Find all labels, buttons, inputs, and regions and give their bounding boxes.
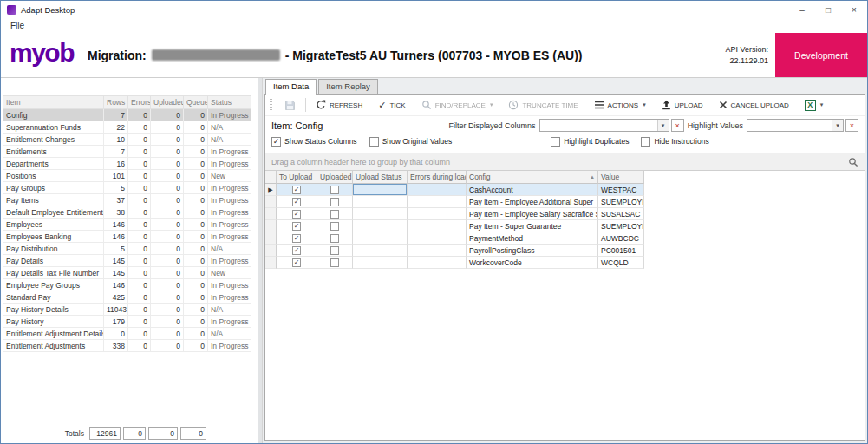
- item-row[interactable]: Entitlement Adjustments338000In Progress: [3, 340, 251, 352]
- upload-status-cell[interactable]: [353, 208, 408, 220]
- errors-during-load-cell[interactable]: [408, 220, 467, 232]
- item-row[interactable]: Pay History Details11043000N/A: [3, 304, 251, 316]
- upload-status-cell[interactable]: [353, 245, 408, 257]
- tab-item-data[interactable]: Item Data: [265, 79, 317, 95]
- item-row[interactable]: Entitlement Changes10000N/A: [3, 134, 251, 146]
- item-row[interactable]: Entitlement Adjustment Details0000N/A: [3, 328, 251, 340]
- errors-during-load-cell[interactable]: [408, 232, 467, 245]
- upload-status-cell[interactable]: [353, 257, 408, 269]
- config-cell[interactable]: PayrollPostingClass: [467, 245, 598, 257]
- value-cell[interactable]: SUEMPLOYER: [598, 220, 644, 232]
- upload-status-cell[interactable]: [353, 196, 408, 208]
- grid-row[interactable]: ✓Pay Item - Employee Additional SuperSUE…: [265, 196, 865, 208]
- menu-file[interactable]: File: [7, 21, 28, 30]
- value-cell[interactable]: SUSALSAC: [598, 208, 644, 220]
- column-header-status[interactable]: Status: [208, 96, 251, 109]
- upload-status-cell[interactable]: [353, 220, 408, 232]
- column-header-uploaded[interactable]: Uploaded: [317, 171, 353, 184]
- titlebar[interactable]: Adapt Desktop – □ ×: [1, 1, 867, 18]
- environment-badge[interactable]: Development: [775, 33, 867, 77]
- config-cell[interactable]: Pay Item - Employee Additional Super: [467, 196, 598, 208]
- column-header-queued[interactable]: Queued: [184, 96, 208, 109]
- upload-button[interactable]: UPLOAD: [654, 97, 711, 113]
- chevron-down-icon[interactable]: ▾: [657, 120, 669, 131]
- upload-status-cell[interactable]: [353, 232, 408, 245]
- item-row[interactable]: Employees146000In Progress: [3, 219, 251, 231]
- item-row[interactable]: Default Employee Entitlements38000In Pro…: [3, 206, 251, 219]
- value-cell[interactable]: WCQLD: [598, 257, 644, 269]
- item-row[interactable]: Superannuation Funds22000N/A: [3, 121, 251, 134]
- grid-row[interactable]: ✓PayrollPostingClassPC001501: [265, 245, 865, 257]
- errors-during-load-cell[interactable]: [408, 245, 467, 257]
- export-excel-button[interactable]: X▾: [797, 97, 832, 114]
- refresh-button[interactable]: REFRESH: [308, 97, 370, 113]
- checkbox-show-status-columns[interactable]: ✓Show Status Columns: [271, 137, 357, 147]
- to-upload-cell[interactable]: ✓: [277, 196, 317, 208]
- to-upload-cell[interactable]: ✓: [277, 208, 317, 220]
- maximize-button[interactable]: □: [815, 1, 841, 18]
- tick-button[interactable]: ✓TICK: [370, 98, 413, 113]
- value-cell[interactable]: PC001501: [598, 245, 644, 257]
- filter-columns-combo[interactable]: ▾: [539, 119, 669, 132]
- uploaded-cell[interactable]: [317, 257, 353, 269]
- highlight-values-input[interactable]: [747, 120, 832, 131]
- grid-row[interactable]: ✓PaymentMethodAUWBCDC: [265, 232, 865, 245]
- item-row[interactable]: Employee Pay Groups146000In Progress: [3, 279, 251, 291]
- item-row[interactable]: Pay Items37000In Progress: [3, 194, 251, 206]
- filter-columns-clear-button[interactable]: ×: [671, 119, 684, 132]
- to-upload-cell[interactable]: ✓: [277, 232, 317, 245]
- uploaded-cell[interactable]: [317, 245, 353, 257]
- checkbox-show-original-values[interactable]: Show Original Values: [369, 137, 453, 147]
- column-header-value[interactable]: Value: [598, 171, 644, 184]
- column-header-uploaded[interactable]: Uploaded: [151, 96, 184, 109]
- column-header-upload-status[interactable]: Upload Status: [353, 171, 408, 184]
- column-header-errors-during-load[interactable]: Errors during load: [408, 171, 467, 184]
- to-upload-cell[interactable]: ✓: [277, 184, 317, 196]
- minimize-button[interactable]: –: [789, 1, 815, 18]
- highlight-values-clear-button[interactable]: ×: [845, 119, 858, 132]
- column-header-config[interactable]: Config▲: [467, 171, 598, 184]
- value-cell[interactable]: WESTPAC: [598, 184, 644, 196]
- item-row[interactable]: Standard Pay425000In Progress: [3, 291, 251, 304]
- chevron-down-icon[interactable]: ▾: [832, 120, 843, 131]
- errors-during-load-cell[interactable]: [408, 184, 467, 196]
- uploaded-cell[interactable]: [317, 208, 353, 220]
- item-row[interactable]: Pay Distribution5000N/A: [3, 243, 251, 255]
- item-row[interactable]: Pay History179000In Progress: [3, 316, 251, 328]
- errors-during-load-cell[interactable]: [408, 208, 467, 220]
- item-row[interactable]: Pay Details145000In Progress: [3, 255, 251, 267]
- config-cell[interactable]: CashAccount: [467, 184, 598, 196]
- filter-columns-input[interactable]: [540, 120, 657, 131]
- item-row[interactable]: Positions101000New: [3, 170, 251, 182]
- item-row[interactable]: Entitlements7000In Progress: [3, 146, 251, 158]
- upload-status-cell[interactable]: [353, 184, 408, 196]
- item-row[interactable]: Pay Details Tax File Number145000New: [3, 267, 251, 279]
- value-cell[interactable]: AUWBCDC: [598, 232, 644, 245]
- to-upload-cell[interactable]: ✓: [277, 257, 317, 269]
- grid-row[interactable]: ✓Pay Item - Super GuaranteeSUEMPLOYER: [265, 220, 865, 232]
- column-header-errors[interactable]: Errors: [128, 96, 151, 109]
- uploaded-cell[interactable]: [317, 220, 353, 232]
- config-cell[interactable]: WorkcoverCode: [467, 257, 598, 269]
- tab-item-replay[interactable]: Item Replay: [318, 79, 378, 94]
- checkbox-highlight-duplicates[interactable]: Highlight Duplicates: [551, 137, 629, 147]
- item-row[interactable]: Config7000In Progress: [3, 109, 251, 121]
- uploaded-cell[interactable]: [317, 184, 353, 196]
- item-row[interactable]: Employees Banking146000In Progress: [3, 231, 251, 243]
- grid-row[interactable]: ✓WorkcoverCodeWCQLD: [265, 257, 865, 269]
- actions-button[interactable]: ACTIONS▾: [586, 98, 654, 112]
- item-row[interactable]: Departments16000In Progress: [3, 158, 251, 170]
- to-upload-cell[interactable]: ✓: [277, 220, 317, 232]
- errors-during-load-cell[interactable]: [408, 196, 467, 208]
- value-cell[interactable]: SUEMPLOYEE: [598, 196, 644, 208]
- grid-row[interactable]: ▶✓CashAccountWESTPAC: [265, 184, 865, 196]
- group-by-panel[interactable]: Drag a column header here to group by th…: [265, 153, 865, 171]
- config-cell[interactable]: Pay Item - Employee Salary Sacrafice Sup…: [467, 208, 598, 220]
- column-header-item[interactable]: Item: [3, 96, 104, 109]
- config-cell[interactable]: PaymentMethod: [467, 232, 598, 245]
- errors-during-load-cell[interactable]: [408, 257, 467, 269]
- uploaded-cell[interactable]: [317, 196, 353, 208]
- highlight-values-combo[interactable]: ▾: [747, 119, 844, 132]
- column-header-rows[interactable]: Rows: [104, 96, 128, 109]
- checkbox-hide-instructions[interactable]: Hide Instructions: [641, 137, 708, 147]
